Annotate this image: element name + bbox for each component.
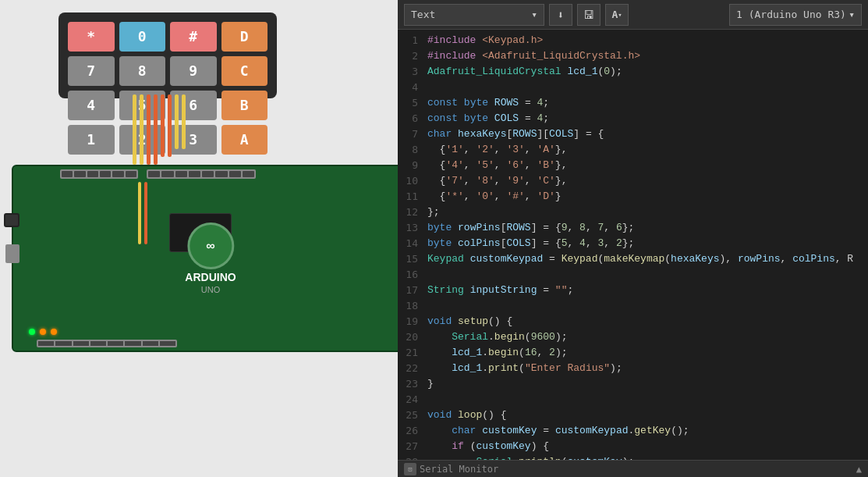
arduino-model: UNO [201, 285, 220, 294]
code-line: 10 {'7', '8', '9', 'C'}, [398, 173, 868, 189]
keypad-wires [133, 94, 186, 165]
mode-selector[interactable]: Text ▾ [404, 4, 544, 26]
key-a[interactable]: A [221, 125, 268, 155]
code-line: 16 [398, 267, 868, 283]
save-icon: 🖫 [583, 9, 594, 21]
simulator-panel: * 0 # D 7 8 9 C 4 5 6 B 1 2 3 A [0, 0, 398, 477]
wire-yellow-1 [138, 182, 141, 244]
key-c[interactable]: C [221, 56, 268, 86]
device-label: 1 (Arduino Uno R3) [736, 9, 846, 20]
download-icon: ⬇ [558, 9, 564, 21]
code-line: 4 [398, 80, 868, 95]
editor-toolbar: Text ▾ ⬇ 🖫 A▾ 1 (Arduino Uno R3) ▾ [398, 0, 868, 30]
key-d[interactable]: D [221, 22, 268, 52]
uno-board: IC ∞ ARDUINO UNO [12, 165, 398, 352]
serial-monitor-icon: ⊡ [404, 463, 416, 475]
key-8[interactable]: 8 [119, 56, 166, 86]
code-line: 14 byte colPins[COLS] = {5, 4, 3, 2}; [398, 236, 868, 251]
code-area: 1 #include <Keypad.h> 2 #include <Adafru… [398, 30, 868, 460]
code-line: 12 }; [398, 205, 868, 220]
code-line: 7 char hexaKeys[ROWS][COLS] = { [398, 126, 868, 142]
code-line: 13 byte rowPins[ROWS] = {9, 8, 7, 6}; [398, 220, 868, 236]
code-line: 23 } [398, 376, 868, 392]
serial-monitor-button[interactable]: ⊡ Serial Monitor [404, 463, 498, 475]
key-b[interactable]: B [221, 91, 268, 120]
save-button[interactable]: 🖫 [577, 4, 601, 26]
code-line: 26 char customKey = customKeypad.getKey(… [398, 423, 868, 439]
code-line: 24 [398, 392, 868, 408]
code-line: 19 void setup() { [398, 314, 868, 329]
download-button[interactable]: ⬇ [549, 4, 572, 26]
mode-label: Text [411, 9, 435, 20]
power-connector [4, 213, 19, 227]
arduino-logo: ∞ ARDUINO UNO [185, 222, 236, 294]
code-line: 20 Serial.begin(9600); [398, 329, 868, 345]
key-1[interactable]: 1 [68, 125, 115, 155]
device-selector[interactable]: 1 (Arduino Uno R3) ▾ [729, 4, 862, 26]
key-7[interactable]: 7 [68, 56, 115, 86]
code-line: 1 #include <Keypad.h> [398, 33, 868, 48]
key-star[interactable]: * [68, 22, 115, 52]
usb-connector [5, 244, 19, 263]
arduino-brand: ARDUINO [185, 271, 236, 283]
font-icon: A [611, 9, 618, 20]
code-line: 27 if (customKey) { [398, 439, 868, 454]
arduino-board: * 0 # D 7 8 9 C 4 5 6 B 1 2 3 A [12, 12, 386, 465]
code-line: 28 Serial.println(customKey); [398, 454, 868, 460]
key-0[interactable]: 0 [119, 22, 166, 52]
code-line: 2 #include <Adafruit_LiquidCrystal.h> [398, 48, 868, 64]
keypad: * 0 # D 7 8 9 C 4 5 6 B 1 2 3 A [58, 12, 277, 98]
code-line: 3 Adafruit_LiquidCrystal lcd_1(0); [398, 64, 868, 80]
code-line: 9 {'4', '5', '6', 'B'}, [398, 158, 868, 173]
wire-orange-1 [144, 182, 147, 244]
code-line: 21 lcd_1.begin(16, 2); [398, 345, 868, 361]
key-hash[interactable]: # [170, 22, 217, 52]
code-line: 17 String inputString = ""; [398, 283, 868, 298]
scroll-up-icon[interactable]: ▲ [856, 464, 862, 475]
code-line: 5 const byte ROWS = 4; [398, 95, 868, 111]
arduino-circle: ∞ [187, 222, 234, 269]
code-line: 18 [398, 298, 868, 314]
bottom-bar: ⊡ Serial Monitor ▲ [398, 460, 868, 477]
key-4[interactable]: 4 [68, 91, 115, 120]
mode-dropdown-icon: ▾ [531, 9, 537, 20]
device-dropdown-icon: ▾ [849, 9, 855, 20]
code-line: 6 const byte COLS = 4; [398, 111, 868, 126]
font-button[interactable]: A▾ [605, 4, 629, 26]
key-9[interactable]: 9 [170, 56, 217, 86]
code-editor-panel: Text ▾ ⬇ 🖫 A▾ 1 (Arduino Uno R3) ▾ 1 #in… [398, 0, 868, 477]
code-line: 8 {'1', '2', '3', 'A'}, [398, 142, 868, 158]
led-indicators [29, 329, 57, 335]
code-line: 15 Keypad customKeypad = Keypad(makeKeym… [398, 251, 868, 267]
serial-monitor-label: Serial Monitor [420, 464, 498, 475]
code-line: 22 lcd_1.print("Enter Radius"); [398, 361, 868, 376]
code-line: 11 {'*', '0', '#', 'D'} [398, 189, 868, 205]
code-line: 25 void loop() { [398, 408, 868, 423]
